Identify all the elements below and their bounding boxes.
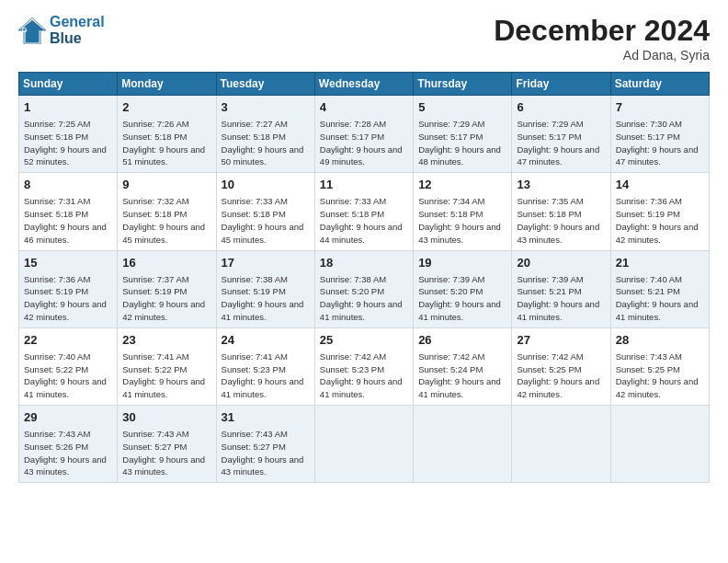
- sunset-label: Sunset: 5:21 PM: [616, 286, 680, 296]
- sunrise-label: Sunrise: 7:30 AM: [616, 119, 682, 129]
- daylight-label: Daylight: 9 hours and 42 minutes.: [616, 376, 699, 399]
- day-number: 29: [24, 409, 112, 426]
- day-info: Sunrise: 7:27 AM Sunset: 5:18 PM Dayligh…: [222, 118, 310, 168]
- week-row-2: 8 Sunrise: 7:31 AM Sunset: 5:18 PM Dayli…: [19, 173, 710, 250]
- day-cell: 17 Sunrise: 7:38 AM Sunset: 5:19 PM Dayl…: [216, 250, 314, 327]
- day-info: Sunrise: 7:33 AM Sunset: 5:18 PM Dayligh…: [320, 195, 408, 246]
- col-header-thursday: Thursday: [414, 73, 512, 96]
- sunset-label: Sunset: 5:21 PM: [517, 286, 581, 296]
- day-number: 31: [222, 409, 310, 426]
- sunset-label: Sunset: 5:23 PM: [320, 364, 384, 374]
- sunrise-label: Sunrise: 7:43 AM: [24, 429, 90, 439]
- day-cell: 13 Sunrise: 7:35 AM Sunset: 5:18 PM Dayl…: [512, 173, 610, 250]
- day-info: Sunrise: 7:43 AM Sunset: 5:27 PM Dayligh…: [122, 428, 210, 478]
- day-info: Sunrise: 7:26 AM Sunset: 5:18 PM Dayligh…: [122, 118, 210, 168]
- day-cell: 8 Sunrise: 7:31 AM Sunset: 5:18 PM Dayli…: [19, 173, 118, 250]
- month-title: December 2024: [494, 14, 710, 48]
- day-number: 28: [616, 332, 704, 349]
- day-number: 9: [122, 177, 210, 193]
- sunset-label: Sunset: 5:17 PM: [418, 132, 483, 142]
- daylight-label: Daylight: 9 hours and 44 minutes.: [320, 222, 403, 245]
- logo-general: General: [50, 14, 105, 29]
- daylight-label: Daylight: 9 hours and 43 minutes.: [24, 454, 107, 477]
- sunset-label: Sunset: 5:25 PM: [517, 364, 581, 374]
- day-info: Sunrise: 7:29 AM Sunset: 5:17 PM Dayligh…: [418, 118, 506, 168]
- svg-text:G: G: [22, 25, 28, 33]
- sunrise-label: Sunrise: 7:37 AM: [122, 274, 188, 284]
- daylight-label: Daylight: 9 hours and 49 minutes.: [320, 144, 403, 167]
- sunset-label: Sunset: 5:17 PM: [517, 132, 581, 142]
- day-cell: 22 Sunrise: 7:40 AM Sunset: 5:22 PM Dayl…: [19, 327, 118, 405]
- sunrise-label: Sunrise: 7:33 AM: [222, 196, 288, 206]
- daylight-label: Daylight: 9 hours and 41 minutes.: [517, 299, 599, 322]
- sunset-label: Sunset: 5:18 PM: [418, 209, 483, 219]
- day-number: 7: [616, 99, 704, 116]
- daylight-label: Daylight: 9 hours and 41 minutes.: [222, 299, 304, 322]
- general-blue-logo-icon: G: [18, 17, 46, 44]
- daylight-label: Daylight: 9 hours and 50 minutes.: [222, 144, 304, 167]
- day-cell: 16 Sunrise: 7:37 AM Sunset: 5:19 PM Dayl…: [118, 250, 216, 327]
- sunset-label: Sunset: 5:18 PM: [222, 209, 286, 219]
- daylight-label: Daylight: 9 hours and 43 minutes.: [418, 222, 501, 245]
- day-info: Sunrise: 7:25 AM Sunset: 5:18 PM Dayligh…: [24, 118, 112, 168]
- day-number: 25: [320, 332, 408, 349]
- sunset-label: Sunset: 5:27 PM: [222, 442, 286, 452]
- logo-blue: Blue: [50, 30, 105, 47]
- sunrise-label: Sunrise: 7:36 AM: [616, 196, 682, 206]
- daylight-label: Daylight: 9 hours and 52 minutes.: [24, 144, 107, 167]
- day-cell: 19 Sunrise: 7:39 AM Sunset: 5:20 PM Dayl…: [414, 250, 512, 327]
- sunrise-label: Sunrise: 7:38 AM: [222, 274, 288, 284]
- day-info: Sunrise: 7:36 AM Sunset: 5:19 PM Dayligh…: [616, 195, 704, 246]
- sunrise-label: Sunrise: 7:38 AM: [320, 274, 386, 284]
- day-cell: [610, 406, 709, 483]
- day-info: Sunrise: 7:41 AM Sunset: 5:23 PM Dayligh…: [222, 350, 310, 401]
- sunset-label: Sunset: 5:19 PM: [122, 286, 187, 296]
- day-info: Sunrise: 7:38 AM Sunset: 5:19 PM Dayligh…: [222, 273, 310, 324]
- day-info: Sunrise: 7:31 AM Sunset: 5:18 PM Dayligh…: [24, 195, 112, 246]
- day-info: Sunrise: 7:42 AM Sunset: 5:25 PM Dayligh…: [517, 350, 605, 401]
- sunset-label: Sunset: 5:18 PM: [24, 209, 88, 219]
- sunrise-label: Sunrise: 7:40 AM: [24, 351, 90, 362]
- calendar-table: SundayMondayTuesdayWednesdayThursdayFrid…: [18, 72, 710, 483]
- sunrise-label: Sunrise: 7:28 AM: [320, 119, 386, 129]
- day-number: 16: [122, 255, 210, 271]
- day-number: 1: [24, 99, 112, 116]
- sunrise-label: Sunrise: 7:25 AM: [24, 119, 90, 129]
- day-cell: 2 Sunrise: 7:26 AM Sunset: 5:18 PM Dayli…: [118, 96, 216, 173]
- header: G General Blue December 2024 Ad Dana, Sy…: [18, 14, 710, 63]
- day-info: Sunrise: 7:32 AM Sunset: 5:18 PM Dayligh…: [122, 195, 210, 246]
- daylight-label: Daylight: 9 hours and 47 minutes.: [517, 144, 599, 167]
- col-header-monday: Monday: [118, 73, 216, 96]
- day-cell: 18 Sunrise: 7:38 AM Sunset: 5:20 PM Dayl…: [314, 250, 413, 327]
- sunrise-label: Sunrise: 7:27 AM: [222, 119, 288, 129]
- day-cell: [414, 406, 512, 483]
- location-subtitle: Ad Dana, Syria: [494, 48, 710, 63]
- sunrise-label: Sunrise: 7:29 AM: [418, 119, 484, 129]
- col-header-wednesday: Wednesday: [314, 73, 413, 96]
- day-info: Sunrise: 7:28 AM Sunset: 5:17 PM Dayligh…: [320, 118, 408, 168]
- sunrise-label: Sunrise: 7:29 AM: [517, 119, 583, 129]
- day-cell: 9 Sunrise: 7:32 AM Sunset: 5:18 PM Dayli…: [118, 173, 216, 250]
- sunset-label: Sunset: 5:18 PM: [122, 209, 187, 219]
- sunrise-label: Sunrise: 7:43 AM: [616, 351, 682, 362]
- sunset-label: Sunset: 5:27 PM: [122, 442, 187, 452]
- day-info: Sunrise: 7:41 AM Sunset: 5:22 PM Dayligh…: [122, 350, 210, 401]
- sunset-label: Sunset: 5:22 PM: [122, 364, 187, 374]
- col-header-friday: Friday: [512, 73, 610, 96]
- day-number: 3: [222, 99, 310, 116]
- day-cell: 10 Sunrise: 7:33 AM Sunset: 5:18 PM Dayl…: [216, 173, 314, 250]
- day-cell: [314, 406, 413, 483]
- calendar-header-row: SundayMondayTuesdayWednesdayThursdayFrid…: [19, 73, 710, 96]
- daylight-label: Daylight: 9 hours and 45 minutes.: [222, 222, 304, 245]
- day-number: 22: [24, 332, 112, 349]
- sunset-label: Sunset: 5:24 PM: [418, 364, 483, 374]
- daylight-label: Daylight: 9 hours and 43 minutes.: [222, 454, 304, 477]
- sunset-label: Sunset: 5:19 PM: [24, 286, 88, 296]
- day-cell: 29 Sunrise: 7:43 AM Sunset: 5:26 PM Dayl…: [19, 406, 118, 483]
- day-number: 8: [24, 177, 112, 193]
- day-cell: 7 Sunrise: 7:30 AM Sunset: 5:17 PM Dayli…: [610, 96, 709, 173]
- sunset-label: Sunset: 5:25 PM: [616, 364, 680, 374]
- daylight-label: Daylight: 9 hours and 47 minutes.: [616, 144, 699, 167]
- day-cell: 1 Sunrise: 7:25 AM Sunset: 5:18 PM Dayli…: [19, 96, 118, 173]
- day-number: 30: [122, 409, 210, 426]
